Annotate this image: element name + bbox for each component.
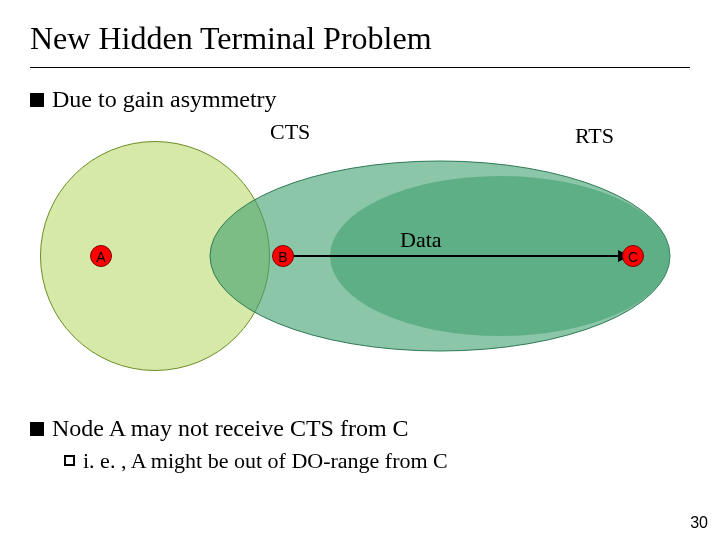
bullet-square-icon (30, 422, 44, 436)
node-B-label: B (278, 249, 287, 265)
page-title: New Hidden Terminal Problem (30, 20, 690, 57)
bullet-2: Node A may not receive CTS from C (30, 415, 690, 442)
bullet-hollow-square-icon (64, 455, 75, 466)
divider (30, 67, 690, 68)
diagram: CTS RTS Data A B C (30, 119, 690, 379)
label-rts: RTS (575, 123, 614, 149)
node-C: C (622, 245, 644, 267)
label-cts: CTS (270, 119, 310, 145)
bullet-2-text: Node A may not receive CTS from C (52, 415, 409, 442)
node-A: A (90, 245, 112, 267)
slide: New Hidden Terminal Problem Due to gain … (0, 0, 720, 540)
node-B: B (272, 245, 294, 267)
bullet-2-sub-text: i. e. , A might be out of DO-range from … (83, 448, 448, 474)
bottom-bullets: Node A may not receive CTS from C i. e. … (30, 415, 690, 480)
node-C-label: C (628, 249, 638, 265)
bullet-1: Due to gain asymmetry (30, 86, 690, 113)
bullet-square-icon (30, 93, 44, 107)
bullet-1-text: Due to gain asymmetry (52, 86, 277, 113)
page-number: 30 (690, 514, 708, 532)
label-data: Data (400, 227, 442, 253)
bullet-2-sub: i. e. , A might be out of DO-range from … (64, 448, 690, 474)
node-A-label: A (96, 249, 105, 265)
